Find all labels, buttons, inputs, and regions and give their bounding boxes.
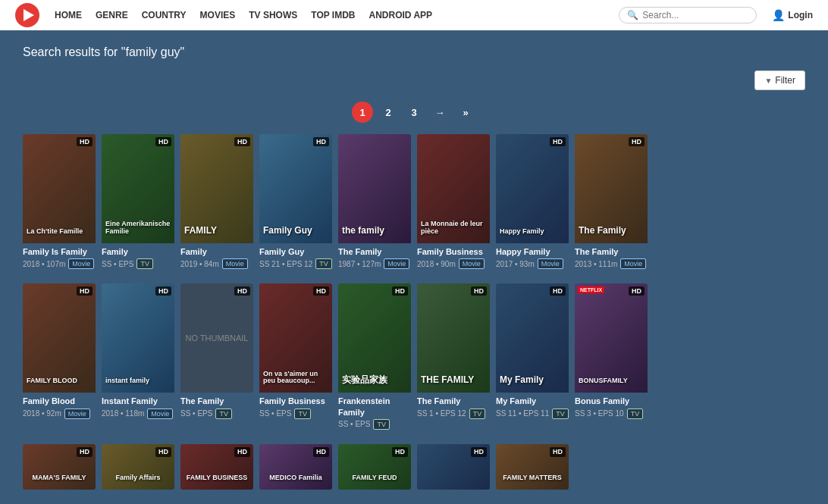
- bottom-movie-card[interactable]: HDFamily Affairs: [102, 444, 174, 490]
- card-thumbnail: HDTHE FAMILY: [417, 283, 490, 393]
- card-type-tag: Movie: [459, 258, 485, 269]
- movie-card[interactable]: HDMy FamilyMy FamilySS 11 • EPS 11TV: [496, 283, 569, 433]
- card-type-tag: TV: [136, 258, 153, 269]
- hd-badge: HD: [77, 447, 93, 457]
- bottom-card-thumbnail: HD: [417, 444, 490, 490]
- search-input[interactable]: [642, 10, 748, 20]
- card-year-duration: 2017 • 93m: [496, 260, 535, 268]
- card-info: The Family2013 • 111mMovie: [575, 243, 648, 272]
- card-meta: SS 3 • EPS 10TV: [575, 409, 648, 419]
- hd-badge: HD: [234, 447, 250, 457]
- movie-card[interactable]: HDFAMILYFamily2019 • 84mMovie: [180, 134, 253, 272]
- movie-card[interactable]: HDHappy FamilyHappy Family2017 • 93mMovi…: [496, 134, 569, 272]
- page-2-button[interactable]: 2: [378, 102, 399, 123]
- nav-tvshows[interactable]: TV SHOWS: [249, 7, 297, 23]
- card-overlay-text: BONUSFAMILY: [579, 377, 644, 385]
- movie-card[interactable]: HDLa Ch'tite FamilleFamily Is Family2018…: [23, 134, 96, 272]
- bottom-card-overlay-text: Family Affairs: [105, 474, 171, 482]
- card-type-tag: Movie: [147, 409, 173, 419]
- nav-home[interactable]: HOME: [55, 7, 82, 23]
- card-meta: 2013 • 111mMovie: [575, 258, 648, 269]
- movie-card[interactable]: HDTHE FAMILYThe FamilySS 1 • EPS 12TV: [417, 283, 490, 433]
- card-title: Instant Family: [102, 396, 174, 406]
- bottom-movie-card[interactable]: HDMAMA'S FAMILY: [23, 444, 96, 490]
- card-type-tag: TV: [373, 419, 390, 430]
- page-3-button[interactable]: 3: [403, 102, 425, 123]
- hd-badge: HD: [629, 286, 645, 296]
- hd-badge: HD: [313, 286, 329, 296]
- page-1-button[interactable]: 1: [352, 102, 373, 123]
- hd-badge: HD: [155, 447, 171, 457]
- hd-badge: HD: [629, 137, 645, 146]
- card-thumbnail: La Monnaie de leur pièce: [417, 134, 490, 243]
- card-thumbnail: HDLa Ch'tite Famille: [23, 134, 96, 243]
- movie-card[interactable]: HDNO THUMBNAILThe FamilySS • EPSTV: [180, 283, 253, 433]
- card-overlay-text: Family Guy: [263, 226, 328, 236]
- nav-movies[interactable]: MOVIES: [200, 7, 236, 23]
- movie-card[interactable]: La Monnaie de leur pièceFamily Business2…: [417, 134, 490, 272]
- filter-button[interactable]: Filter: [754, 70, 805, 90]
- card-overlay-text: Happy Family: [500, 228, 565, 236]
- nav-android[interactable]: ANDROID APP: [369, 7, 433, 23]
- bottom-movie-card[interactable]: HDFAMILY MATTERS: [496, 444, 569, 490]
- card-type-tag: Movie: [222, 258, 248, 269]
- page-next-button[interactable]: →: [429, 102, 450, 123]
- card-year-duration: 2018 • 107m: [23, 260, 65, 268]
- movie-card[interactable]: the familyThe Family1987 • 127mMovie: [338, 134, 411, 272]
- hd-badge: HD: [471, 286, 487, 296]
- header: HOME GENRE COUNTRY MOVIES TV SHOWS TOP I…: [0, 0, 828, 30]
- row-3-grid: HDMAMA'S FAMILYHDFamily AffairsHDFAMILY …: [23, 444, 805, 490]
- card-year-duration: 2019 • 84m: [180, 260, 219, 268]
- card-overlay-text: La Monnaie de leur pièce: [421, 221, 486, 236]
- bottom-movie-card[interactable]: HDFAMILY FEUD: [338, 444, 411, 490]
- movie-card[interactable]: HDFAMILY BLOODFamily Blood2018 • 92mMovi…: [23, 283, 96, 433]
- card-type-tag: TV: [552, 409, 569, 419]
- card-info: Family Blood2018 • 92mMovie: [23, 393, 96, 421]
- bottom-movie-card[interactable]: HDFAMILY BUSINESS: [180, 444, 253, 490]
- card-type-tag: TV: [215, 409, 232, 419]
- bottom-card-thumbnail: HDMAMA'S FAMILY: [23, 444, 96, 490]
- main-content: Search results for "family guy" Filter 1…: [0, 30, 828, 504]
- card-info: Happy Family2017 • 93mMovie: [496, 243, 569, 272]
- nav-topimdb[interactable]: TOP IMDB: [311, 7, 355, 23]
- bottom-card-overlay-text: MEDICO Familia: [263, 474, 328, 482]
- nav-genre[interactable]: GENRE: [96, 7, 128, 23]
- card-meta: 2019 • 84mMovie: [180, 258, 253, 269]
- nav-country[interactable]: COUNTRY: [142, 7, 187, 23]
- card-meta: SS 21 • EPS 12TV: [259, 258, 332, 269]
- movie-card[interactable]: NETFLIXHDBONUSFAMILYBonus FamilySS 3 • E…: [575, 283, 648, 433]
- card-year-duration: 2018 • 92m: [23, 409, 61, 418]
- card-meta: SS • EPSTV: [259, 409, 332, 419]
- login-button[interactable]: 👤 Login: [772, 9, 813, 21]
- card-info: Family Is Family2018 • 107mMovie: [23, 243, 96, 272]
- page-last-button[interactable]: »: [455, 102, 476, 123]
- movie-card[interactable]: HD实验品家族Frankenstein FamilySS • EPSTV: [338, 283, 411, 433]
- hd-badge: HD: [77, 137, 93, 146]
- card-title: Family: [102, 246, 174, 257]
- card-title: Family Blood: [23, 396, 96, 406]
- card-thumbnail: HDThe Family: [575, 134, 648, 243]
- card-info: Family Business2018 • 90mMovie: [417, 243, 490, 272]
- card-thumbnail: the family: [338, 134, 411, 243]
- movie-card[interactable]: HDOn va s'aimer un peu beaucoup...Family…: [259, 283, 332, 433]
- card-thumbnail: HD实验品家族: [338, 283, 411, 393]
- pagination: 1 2 3 → »: [23, 102, 805, 123]
- logo[interactable]: [15, 3, 39, 27]
- movie-card[interactable]: HDEine Amerikanische FamilieFamilySS • E…: [102, 134, 174, 272]
- bottom-movie-card[interactable]: HD: [417, 444, 490, 490]
- card-thumbnail: HDMy Family: [496, 283, 569, 393]
- card-info: The Family1987 • 127mMovie: [338, 243, 411, 272]
- movie-card[interactable]: HDFamily GuyFamily GuySS 21 • EPS 12TV: [259, 134, 332, 272]
- bottom-card-thumbnail: HDFAMILY FEUD: [338, 444, 411, 490]
- card-info: Frankenstein FamilySS • EPSTV: [338, 393, 411, 433]
- bottom-movie-card[interactable]: HDMEDICO Familia: [259, 444, 332, 490]
- card-overlay-text: THE FAMILY: [421, 375, 486, 385]
- card-title: Family Business: [259, 396, 332, 406]
- card-type-tag: Movie: [384, 258, 409, 269]
- card-title: Family Business: [417, 246, 490, 257]
- hd-badge: HD: [313, 137, 329, 146]
- card-info: My FamilySS 11 • EPS 11TV: [496, 393, 569, 421]
- row-2-grid: HDFAMILY BLOODFamily Blood2018 • 92mMovi…: [23, 283, 805, 433]
- movie-card[interactable]: HDThe FamilyThe Family2013 • 111mMovie: [575, 134, 648, 272]
- movie-card[interactable]: HDinstant familyInstant Family2018 • 118…: [102, 283, 174, 433]
